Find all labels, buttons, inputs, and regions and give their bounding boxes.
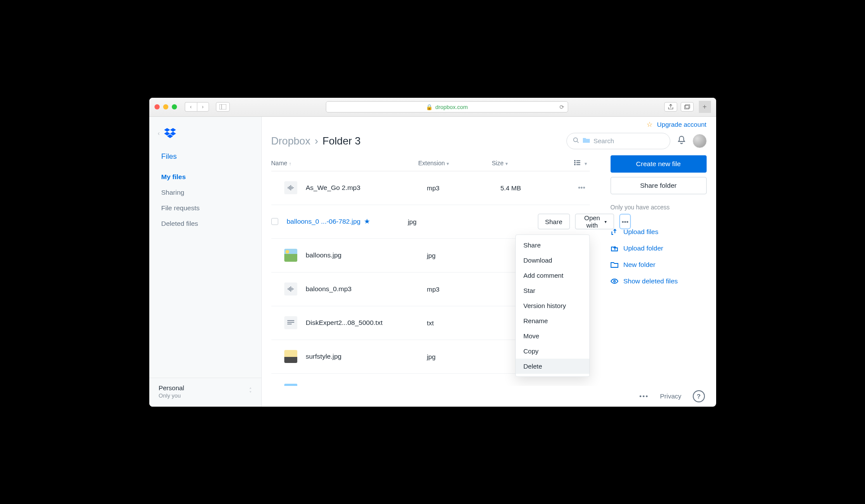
chevron-down-icon: ▾ [505,161,508,166]
file-extension: jpg [408,218,482,225]
notifications-icon[interactable] [677,135,686,147]
menu-item-share[interactable]: Share [516,238,589,253]
reload-icon[interactable]: ⟳ [560,104,564,110]
dropbox-logo[interactable] [164,128,176,138]
sort-asc-icon: ↑ [289,161,292,166]
table-header: Name↑ Extension▾ Size▾ ▾ [271,155,590,171]
svg-point-25 [614,280,615,282]
avatar[interactable] [693,134,707,148]
window-controls [154,104,177,109]
sidebar-heading[interactable]: Files [149,147,261,166]
upgrade-account-link[interactable]: Upgrade account [657,121,706,128]
text-icon [284,316,297,329]
svg-rect-6 [574,160,576,161]
share-button[interactable] [664,102,677,112]
create-new-file-button[interactable]: Create new file [611,155,707,173]
collapse-sidebar-icon[interactable]: ‹ [158,130,160,137]
file-name[interactable]: baloons_0.mp3 [306,285,427,293]
svg-rect-10 [576,162,580,163]
sidebar-item-sharing[interactable]: Sharing [161,189,249,196]
updown-icon: ˄˅ [249,388,252,395]
sidebar-item-file-requests[interactable]: File requests [161,204,249,212]
url-bar[interactable]: 🔒 dropbox.com ⟳ [326,101,568,112]
access-text: Only you have access [611,204,707,211]
menu-item-move[interactable]: Move [516,328,589,343]
sidebar-toggle-button[interactable] [216,102,230,112]
file-extension: mp3 [427,286,501,293]
view-options-button[interactable]: ▾ [548,160,590,167]
privacy-link[interactable]: Privacy [660,392,681,400]
upload-folder-link[interactable]: Upload folder [611,244,707,252]
audio-icon [284,282,297,295]
new-folder-link[interactable]: New folder [611,261,707,269]
table-row[interactable]: balloons_0 ...-06-782.jpg★jpg Share Open… [271,205,590,239]
file-name[interactable]: surfstyle.jpg [306,353,427,360]
account-switcher[interactable]: Personal Only you ˄˅ [149,378,261,407]
row-checkbox[interactable] [271,218,278,225]
svg-rect-0 [219,104,226,109]
menu-item-copy[interactable]: Copy [516,343,589,359]
table-row[interactable]: As_We_Go 2.mp3mp35.4 MB••• [271,171,590,205]
lock-icon: 🔒 [426,104,433,110]
sidebar-item-deleted-files[interactable]: Deleted files [161,220,249,228]
svg-rect-9 [576,160,580,161]
file-extension: txt [427,319,501,327]
help-icon[interactable]: ? [693,390,705,402]
breadcrumb-root[interactable]: Dropbox [271,135,311,147]
open-with-button[interactable]: Open with ▾ [575,214,614,229]
image-thumbnail [284,350,297,363]
more-actions-button[interactable]: ••• [578,184,590,192]
file-extension: jpg [427,252,501,259]
more-actions-button[interactable]: ••• [619,214,631,229]
menu-item-star[interactable]: Star [516,283,589,298]
maximize-window-icon[interactable] [172,104,177,109]
starred-icon: ★ [364,218,370,225]
back-button[interactable]: ‹ [185,102,197,112]
browser-titlebar: ‹ › 🔒 dropbox.com ⟳ + [149,98,716,117]
footer-more-icon[interactable]: ••• [640,392,649,400]
file-name[interactable]: As_We_Go 2.mp3 [306,184,427,192]
search-input[interactable]: Search [566,133,670,149]
chevron-down-icon: ▾ [585,161,587,166]
chevron-down-icon: ▾ [447,161,449,166]
share-button[interactable]: Share [538,214,570,229]
svg-point-4 [573,138,577,142]
file-extension: mp3 [427,184,501,192]
column-size[interactable]: Size▾ [492,160,548,167]
file-extension: jpg [427,353,501,360]
url-text: dropbox.com [435,104,468,110]
menu-item-version-history[interactable]: Version history [516,298,589,313]
svg-rect-8 [574,164,576,165]
folder-icon [284,384,297,386]
menu-item-delete[interactable]: Delete [516,359,589,374]
breadcrumb: Dropbox › Folder 3 [271,135,361,147]
new-tab-button[interactable]: + [699,101,711,113]
chevron-right-icon: › [315,135,318,147]
share-folder-button[interactable]: Share folder [611,177,707,194]
file-name[interactable]: DiskExpert2...08_5000.txt [306,319,427,327]
right-panel: Create new file Share folder Only you ha… [611,155,707,386]
show-deleted-link[interactable]: Show deleted files [611,277,707,285]
forward-button[interactable]: › [197,102,209,112]
account-plan: Personal [159,384,184,392]
svg-rect-7 [574,162,576,163]
context-menu: ShareDownloadAdd commentStarVersion hist… [515,234,590,377]
minimize-window-icon[interactable] [163,104,168,109]
menu-item-rename[interactable]: Rename [516,313,589,328]
menu-item-download[interactable]: Download [516,253,589,268]
file-name[interactable]: balloons.jpg [306,251,427,259]
column-extension[interactable]: Extension▾ [418,160,492,167]
account-sub: Only you [159,392,184,399]
tabs-button[interactable] [681,102,694,112]
file-name[interactable]: balloons_0 ...-06-782.jpg★ [287,218,408,225]
image-thumbnail [284,249,297,262]
close-window-icon[interactable] [154,104,160,109]
audio-icon [284,181,297,194]
sidebar-item-my-files[interactable]: My files [161,173,249,181]
column-name[interactable]: Name↑ [271,160,418,167]
sidebar: ‹ Files My files Sharing File requests D… [149,117,262,407]
svg-rect-11 [576,164,580,165]
breadcrumb-current: Folder 3 [322,135,360,147]
file-size: 5.4 MB [501,184,557,192]
menu-item-add-comment[interactable]: Add comment [516,268,589,283]
